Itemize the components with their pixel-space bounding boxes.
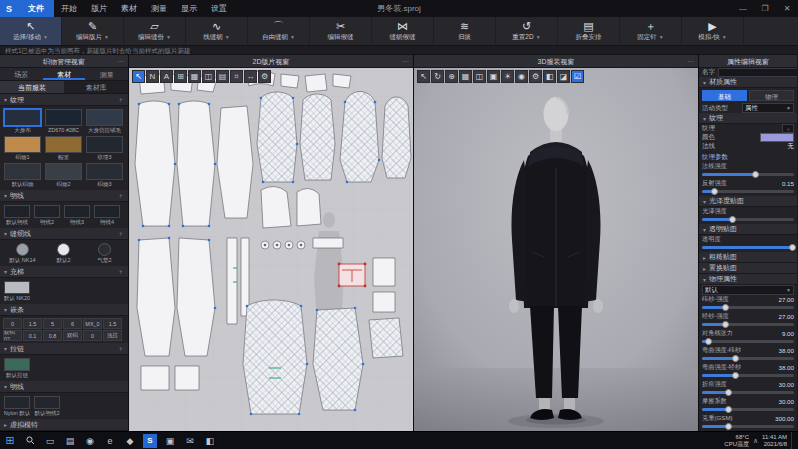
section-gloss-map[interactable]: ▾光泽度贴图 [699,196,797,207]
piping-chip[interactable]: 1.5 [23,318,42,329]
maximize-button[interactable]: ❐ [754,0,776,17]
settings-3d-icon[interactable]: ⚙ [529,70,542,83]
mail-icon[interactable]: ✉ [180,432,200,449]
topstitch-swatch[interactable]: 明线2 [33,205,61,226]
task-view-button[interactable]: ▭ [40,432,60,449]
fabric-swatch[interactable]: 帽里 [44,136,83,161]
fabric-swatch[interactable]: 织物2 [44,163,83,188]
pattern-2d-canvas[interactable]: ↖ N A ⊞ ▦ ◫ ▤ ⌗ ↔ ⚙ [129,68,413,431]
piping-chip[interactable]: 双织 [63,330,82,341]
selected-red-piece[interactable] [338,263,367,288]
physics-slider[interactable] [702,391,794,394]
physics-slider[interactable] [702,374,794,377]
section-texture[interactable]: ▾纹理＋ [0,94,128,106]
physics-slider[interactable] [702,408,794,411]
tool-edit-seam[interactable]: ▱编辑缝份▼ [124,17,186,45]
physics-slider[interactable] [702,340,794,343]
simulate-toggle-icon[interactable]: ☑ [571,70,584,83]
add-topstitch-icon[interactable]: ＋ [117,191,124,201]
piping-chip[interactable]: MX_0 [83,318,102,329]
chrome-icon[interactable]: ◉ [80,432,100,449]
gloss-strength-slider[interactable] [702,218,794,221]
fabric-swatch[interactable]: 织物3 [85,163,124,188]
tool-line-sew[interactable]: ∿线缝纫▼ [186,17,248,45]
cpu-temp-widget[interactable]: 68°CCPU温度 [724,434,749,448]
topstitch-swatch[interactable]: 默认明线2 [33,396,61,417]
file-explorer-icon[interactable]: ▤ [60,432,80,449]
section-texture-props[interactable]: ▾纹理 [699,113,797,124]
measure-tool-icon[interactable]: ↔ [244,70,257,83]
piping-chip[interactable]: 0 [3,318,22,329]
tool-steam[interactable]: ≋归拔 [434,17,496,45]
tool-edit-pattern[interactable]: ✎编辑版片▼ [62,17,124,45]
tray-expand-icon[interactable]: ∧ [753,437,758,445]
topstitch-swatch[interactable]: 明线4 [93,205,121,226]
piping-chip[interactable]: 浅拉 [103,330,122,341]
subtab-material-library[interactable]: 素材库 [64,81,128,93]
section-physics[interactable]: ▾物理属性 [699,274,797,285]
section-padding[interactable]: ▾充棉＋ [0,266,128,278]
fabric-swatch[interactable]: 默认织物 [3,163,42,188]
mesh-view-icon[interactable]: ◫ [202,70,215,83]
edge-icon[interactable]: e [100,432,120,449]
fabric-swatch[interactable]: 织物1 [3,136,42,161]
app-icon[interactable]: ◧ [200,432,220,449]
piping-chip[interactable]: 1.5 [103,318,122,329]
physics-slider[interactable] [702,425,794,428]
tool-edit-basting[interactable]: ✂编辑假缝 [310,17,372,45]
tool-reset-2d[interactable]: ↺重置2D▼ [496,17,558,45]
search-button[interactable] [20,432,40,449]
tool-select-move[interactable]: ↖选择/移动▼ [0,17,62,45]
panel-menu-icon[interactable]: ⋯ [117,55,124,68]
grid-tool-icon[interactable]: ⊞ [174,70,187,83]
type-select[interactable]: 属性▼ [742,103,794,113]
physics-slider[interactable] [702,357,794,360]
thread-swatch[interactable]: 默认2 [44,243,83,264]
select-3d-icon[interactable]: ↖ [417,70,430,83]
physics-preset-select[interactable]: 默认▼ [702,285,794,295]
zipper-swatch[interactable]: 默认拉链 [3,358,31,379]
normal-value[interactable]: 无 [788,142,795,151]
color-swatch[interactable] [760,133,794,142]
show-avatar-icon[interactable]: ◧ [543,70,556,83]
style3d-taskbar-icon[interactable]: S [143,434,157,448]
menu-material[interactable]: 素材 [114,0,144,17]
annotate-tool-icon[interactable]: A [160,70,173,83]
layer-view-icon[interactable]: ▤ [216,70,229,83]
padding-swatch[interactable]: 默认 NK20 [3,281,31,302]
select-tool-icon[interactable]: ↖ [132,70,145,83]
fabric-view-icon[interactable]: ▦ [459,70,472,83]
app-icon[interactable]: ▣ [160,432,180,449]
section-avatar[interactable]: ▸虚拟模特 [0,419,128,431]
mesh-3d-icon[interactable]: ◫ [473,70,486,83]
stress-map-icon[interactable]: ▣ [487,70,500,83]
physics-slider[interactable] [702,306,794,309]
menu-display[interactable]: 显示 [174,0,204,17]
section-rough-map[interactable]: ▸粗糙贴图 [699,252,797,263]
piping-chip[interactable]: 0.8 [43,330,62,341]
section-stitchline[interactable]: ▾缝纫线＋ [0,228,128,240]
topstitch-swatch[interactable]: 默认明线 [3,205,31,226]
app-icon[interactable]: ◆ [120,432,140,449]
panel-menu-icon[interactable]: ⋯ [687,55,694,68]
garment-3d-canvas[interactable]: ↖ ↻ ⊕ ▦ ◫ ▣ ☀ ◉ ⚙ ◧ ◪ ☑ [414,68,698,431]
subtab-current-garment[interactable]: 当前服装 [0,81,64,93]
tool-fold-arrange[interactable]: ▤折叠安排 [558,17,620,45]
section-zipper[interactable]: ▾拉链＋ [0,343,128,355]
settings-2d-icon[interactable]: ⚙ [258,70,271,83]
add-padding-icon[interactable]: ＋ [117,267,124,277]
tab-basic[interactable]: 基础 [702,90,747,101]
piping-chip[interactable]: 双织02 [3,330,22,341]
light-icon[interactable]: ☀ [501,70,514,83]
thread-swatch[interactable]: 默认 NK14 [3,243,42,264]
panel-menu-icon[interactable]: ⋯ [402,55,409,68]
section-topstitch2[interactable]: ▾明线 [0,381,128,393]
menu-measure[interactable]: 测量 [144,0,174,17]
close-button[interactable]: ✕ [776,0,798,17]
menu-file[interactable]: 文件 [18,0,54,17]
tab-material[interactable]: 素材 [43,68,86,80]
fabric-swatch[interactable]: ZD670 #28C [44,109,83,134]
fabric-swatch[interactable]: 大身仿拉绒毛 [85,109,124,134]
add-zipper-icon[interactable]: ＋ [117,344,124,354]
fabric-swatch[interactable]: 大身布 [3,109,42,134]
